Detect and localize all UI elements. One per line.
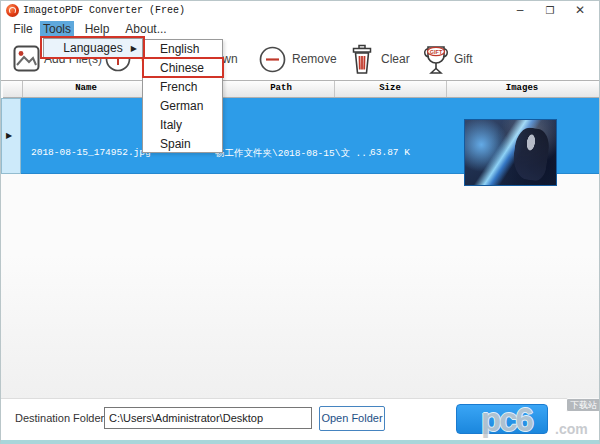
menu-item-spain[interactable]: Spain bbox=[143, 135, 222, 154]
watermark-suffix: .com bbox=[555, 421, 588, 437]
app-window: ImagetoPDF Converter (Free) – ❐ ✕ File T… bbox=[0, 0, 600, 444]
table-row[interactable]: 2018-08-15_174952.jpg 畅工作文件夹\2018-08-15\… bbox=[21, 98, 599, 174]
table-corner-cell[interactable] bbox=[3, 81, 23, 97]
app-icon bbox=[6, 4, 19, 17]
open-folder-button[interactable]: Open Folder bbox=[319, 406, 385, 431]
window-title: ImagetoPDF Converter (Free) bbox=[23, 1, 185, 21]
header-size[interactable]: Size bbox=[334, 83, 446, 93]
clear-icon[interactable] bbox=[350, 44, 374, 75]
destination-folder-label: Destination Folder: bbox=[15, 412, 107, 424]
minimize-button[interactable]: – bbox=[507, 1, 533, 21]
table-header: Name Path Size Images bbox=[3, 81, 599, 98]
remove-icon[interactable] bbox=[259, 46, 286, 73]
gift-button[interactable]: Gift bbox=[454, 52, 473, 66]
close-button[interactable]: ✕ bbox=[567, 1, 593, 21]
annotation-box-chinese bbox=[142, 57, 224, 78]
menu-item-french[interactable]: French bbox=[143, 78, 222, 97]
header-name[interactable]: Name bbox=[23, 83, 149, 93]
watermark-badge: 下载站 bbox=[566, 398, 600, 412]
annotation-box-languages bbox=[40, 36, 145, 59]
menu-item-german[interactable]: German bbox=[143, 97, 222, 116]
menu-file[interactable]: File bbox=[9, 21, 37, 38]
row-selector[interactable]: ▶ bbox=[1, 98, 21, 174]
maximize-button[interactable]: ❐ bbox=[537, 1, 563, 21]
menu-item-italy[interactable]: Italy bbox=[143, 116, 222, 135]
title-bar: ImagetoPDF Converter (Free) – ❐ ✕ bbox=[1, 1, 599, 21]
current-row-arrow: ▶ bbox=[6, 131, 12, 140]
header-path[interactable]: Path bbox=[228, 83, 334, 93]
file-table: Name Path Size Images ▶ 2018-08-15_17495… bbox=[1, 80, 599, 398]
svg-text:GIFT: GIFT bbox=[430, 49, 443, 55]
image-thumbnail bbox=[464, 119, 557, 186]
remove-button[interactable]: Remove bbox=[292, 52, 337, 66]
cell-name: 2018-08-15_174952.jpg bbox=[31, 147, 151, 158]
gift-icon[interactable]: GIFT bbox=[421, 43, 451, 76]
clear-button[interactable]: Clear bbox=[381, 52, 410, 66]
pc6-watermark: pc6 .com 下载站 bbox=[479, 397, 600, 443]
watermark-text: pc6 bbox=[481, 401, 532, 439]
header-images[interactable]: Images bbox=[446, 83, 598, 93]
cell-size: 63.87 K bbox=[334, 147, 446, 158]
add-file-icon[interactable] bbox=[13, 45, 40, 72]
destination-folder-input[interactable] bbox=[104, 407, 312, 429]
